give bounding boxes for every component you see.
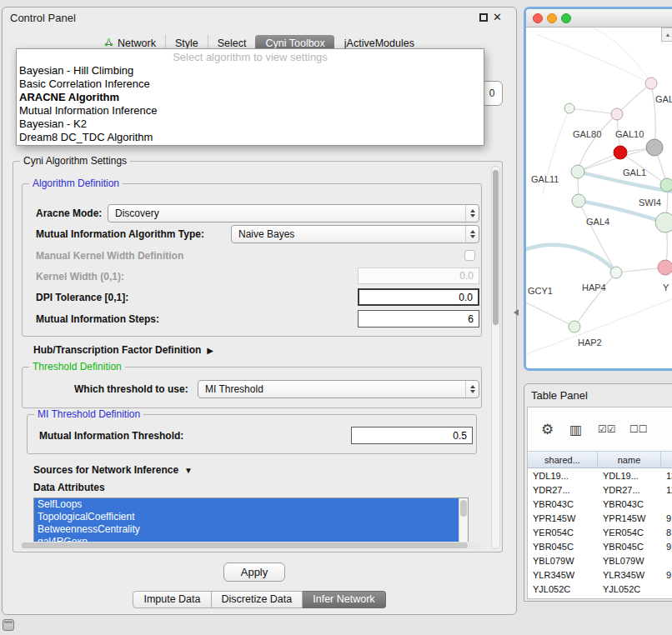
tab-label: Select — [218, 38, 247, 49]
network-node[interactable] — [611, 108, 623, 120]
tab-infer-network[interactable]: Infer Network — [303, 591, 385, 608]
network-edge[interactable] — [593, 28, 651, 83]
window-minimize-button[interactable] — [547, 13, 557, 23]
table-cell: YDL19... — [528, 471, 598, 481]
table-cell: YBR043C — [598, 499, 661, 509]
table-row[interactable]: YPR145WYPR145W9. — [528, 511, 672, 525]
attribute-item-selfloops[interactable]: SelfLoops — [34, 498, 459, 511]
network-node[interactable] — [645, 78, 657, 89]
kernel-width-field[interactable]: 0.0 — [358, 268, 479, 284]
attribute-item-betweennesscentrality[interactable]: BetweennessCentrality — [34, 523, 459, 536]
which-threshold-select[interactable]: MI Threshold — [198, 380, 479, 398]
network-node[interactable] — [571, 165, 584, 178]
window-zoom-button[interactable] — [561, 13, 571, 23]
attribute-item-topologicalcoefficient[interactable]: TopologicalCoefficient — [34, 511, 459, 523]
data-attributes-list: SelfLoopsTopologicalCoefficientBetweenne… — [33, 498, 469, 546]
network-node[interactable] — [610, 267, 622, 278]
table-row[interactable]: YDR27...YDR27...12 — [528, 482, 672, 497]
show-columns-icon[interactable]: ▥ — [569, 422, 582, 438]
cyni-settings-group-title: Cyni Algorithm Settings — [20, 155, 130, 167]
mi-steps-label: Mutual Information Steps: — [36, 312, 159, 326]
window-close-button[interactable] — [533, 13, 543, 23]
network-node[interactable] — [658, 260, 672, 275]
table-row[interactable]: YBR045CYBR045C9. — [528, 539, 672, 553]
tab-impute-data[interactable]: Impute Data — [133, 591, 211, 608]
scrollbar-thumb[interactable] — [493, 170, 499, 325]
table-cell: YJL052C — [528, 584, 598, 594]
obscured-field-value: 0 — [489, 88, 495, 99]
kernel-width-label: Kernel Width (0,1): — [36, 270, 124, 283]
deselect-all-rows-icon[interactable]: ☐☐ — [629, 423, 648, 435]
column-header-clipped[interactable] — [661, 452, 672, 468]
data-attributes-label: Data Attributes — [33, 482, 105, 493]
table-cell: 9. — [661, 542, 672, 552]
settings-vertical-scrollbar[interactable] — [491, 166, 500, 549]
table-row[interactable]: YBL079WYBL079W — [528, 553, 672, 568]
algorithm-option-bayesian-k2[interactable]: Bayesian - K2 — [17, 118, 484, 131]
network-node[interactable] — [564, 103, 574, 113]
settings-horizontal-scrollbar[interactable] — [20, 542, 480, 549]
table-cell: YDR27... — [528, 485, 598, 495]
network-edge[interactable] — [526, 302, 574, 327]
mi-steps-value: 6 — [468, 313, 474, 325]
algorithm-option-dream8-dc-tdc-algorithm[interactable]: Dream8 DC_TDC Algorithm — [17, 131, 484, 144]
network-canvas-svg[interactable]: GAL8GAL80GAL10GAL11GAL1SWI4GAL4GCY1HAP4Y… — [526, 28, 672, 371]
network-edge[interactable] — [569, 108, 617, 114]
network-edge[interactable] — [651, 83, 655, 148]
mi-algorithm-type-select[interactable]: Naive Bayes — [231, 225, 479, 243]
splitter-collapse-icon[interactable] — [514, 309, 519, 316]
scrollbar-thumb[interactable] — [22, 542, 468, 548]
close-panel-icon[interactable]: ✕ — [493, 11, 502, 23]
collapsed-panel-icon[interactable] — [3, 619, 14, 631]
network-edge[interactable] — [617, 83, 651, 114]
table-toolbar: ⚙▥☑☑☐☐ — [528, 408, 672, 451]
aracne-mode-select[interactable]: Discovery — [108, 204, 479, 222]
mi-threshold-value: 0.5 — [453, 430, 467, 442]
column-header-name[interactable]: name — [598, 452, 661, 468]
network-node[interactable] — [660, 178, 672, 192]
node-label-y: Y — [663, 282, 669, 292]
mi-steps-field[interactable]: 6 — [358, 310, 479, 328]
apply-button[interactable]: Apply — [223, 562, 285, 582]
network-view-window: GAL8GAL80GAL10GAL11GAL1SWI4GAL4GCY1HAP4Y… — [524, 7, 672, 371]
network-scroll-up-button[interactable]: ▲ — [661, 28, 672, 42]
table-row[interactable]: YER054CYER054C8. — [528, 525, 672, 539]
algorithm-option-basic-correlation-inference[interactable]: Basic Correlation Inference — [17, 78, 484, 91]
tab-discretize-data[interactable]: Discretize Data — [212, 591, 303, 608]
column-header-shared[interactable]: shared... — [528, 452, 598, 468]
algorithm-definition-title: Algorithm Definition — [29, 178, 123, 189]
table-row[interactable]: YDL19...YDL19...13 — [528, 468, 672, 482]
scrollbar-thumb[interactable] — [460, 500, 467, 517]
network-node[interactable] — [655, 212, 672, 232]
mi-threshold-label: Mutual Information Threshold: — [39, 429, 183, 442]
select-all-rows-icon[interactable]: ☑☑ — [598, 423, 616, 435]
network-canvas[interactable]: GAL8GAL80GAL10GAL11GAL1SWI4GAL4GCY1HAP4Y… — [526, 28, 672, 368]
attributes-scrollbar[interactable] — [459, 498, 468, 545]
sources-disclosure[interactable]: Sources for Network Inference ▼ — [33, 463, 193, 477]
network-node[interactable] — [614, 146, 627, 159]
table-row[interactable]: YBR043CYBR043C — [528, 497, 672, 511]
network-edge[interactable] — [578, 114, 617, 172]
manual-kernel-width-checkbox[interactable] — [464, 250, 475, 261]
network-node[interactable] — [572, 194, 585, 208]
network-window-titlebar[interactable] — [526, 9, 672, 28]
network-edge[interactable] — [536, 34, 651, 83]
algorithm-option-bayesian-hill-climbing[interactable]: Bayesian - Hill Climbing — [17, 64, 484, 78]
hub-definition-disclosure[interactable]: Hub/Transcription Factor Definition ▶ — [33, 343, 213, 357]
mi-threshold-field[interactable]: 0.5 — [351, 427, 473, 444]
algorithm-option-mutual-information-inference[interactable]: Mutual Information Inference — [17, 104, 484, 118]
float-panel-icon[interactable] — [479, 13, 488, 22]
table-row[interactable]: YLR345WYLR345W9. — [528, 568, 672, 582]
network-edge[interactable] — [579, 201, 616, 272]
bottom-tabs: Impute DataDiscretize DataInfer Network — [3, 590, 516, 608]
dpi-tolerance-field[interactable]: 0.0 — [358, 288, 479, 306]
node-label-gal1: GAL1 — [623, 168, 646, 178]
table-cell: YDR27... — [598, 485, 661, 495]
algorithm-option-aracne-algorithm[interactable]: ARACNE Algorithm — [17, 91, 484, 104]
network-node[interactable] — [646, 139, 663, 156]
network-node[interactable] — [569, 321, 580, 332]
table-row[interactable]: YJL052CYJL052C — [528, 582, 672, 596]
network-edge[interactable] — [574, 272, 616, 327]
algorithm-placeholder-option[interactable]: Select algorithm to view settings — [17, 50, 484, 64]
table-options-gear-icon[interactable]: ⚙ — [541, 421, 554, 438]
